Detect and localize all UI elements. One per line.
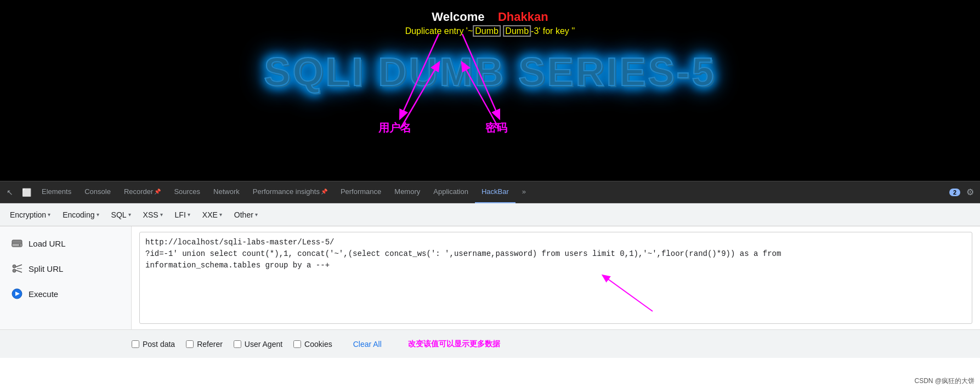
split-url-icon bbox=[11, 263, 23, 275]
hackbar-bottom: Post data Referer User Agent Cookies Cle… bbox=[0, 329, 980, 358]
menu-xss[interactable]: XSS ▾ bbox=[139, 208, 167, 221]
clear-all-button[interactable]: Clear All bbox=[349, 338, 386, 351]
lfi-dropdown-arrow: ▾ bbox=[188, 212, 190, 218]
hackbar-url-area: http://localhost/sqli-labs-master/Less-5… bbox=[132, 226, 980, 329]
referer-checkbox[interactable] bbox=[186, 340, 194, 348]
cookies-checkbox[interactable] bbox=[293, 340, 301, 348]
tab-performance[interactable]: Performance bbox=[334, 181, 388, 203]
tab-more[interactable]: » bbox=[516, 181, 533, 203]
xss-dropdown-arrow: ▾ bbox=[160, 212, 163, 218]
devtools-right-icons: 2 ⚙ bbox=[949, 185, 978, 200]
sqli-title: SQLI DUMB SERIES-5 bbox=[264, 49, 716, 94]
duplicate-entry: Duplicate entry '~Dumb Dumb-3' for key '… bbox=[405, 26, 575, 36]
tab-sources[interactable]: Sources bbox=[167, 181, 207, 203]
svg-point-8 bbox=[13, 265, 16, 268]
other-dropdown-arrow: ▾ bbox=[255, 212, 258, 218]
watermark: CSDN @疯狂的大饼 bbox=[914, 376, 975, 386]
tab-memory[interactable]: Memory bbox=[388, 181, 427, 203]
cursor-icon[interactable]: ↖ bbox=[2, 185, 18, 200]
xxe-dropdown-arrow: ▾ bbox=[219, 212, 222, 218]
menu-xxe[interactable]: XXE ▾ bbox=[198, 208, 226, 221]
encryption-dropdown-arrow: ▾ bbox=[48, 212, 50, 218]
tab-performance-insights[interactable]: Performance insights 📌 bbox=[246, 181, 334, 203]
menu-encryption[interactable]: Encryption ▾ bbox=[5, 208, 55, 221]
postdata-checkbox[interactable] bbox=[132, 340, 139, 348]
sql-dropdown-arrow: ▾ bbox=[128, 212, 131, 218]
checkbox-useragent[interactable]: User Agent bbox=[234, 340, 282, 349]
load-url-button[interactable]: Load URL bbox=[0, 232, 131, 255]
tab-application[interactable]: Application bbox=[427, 181, 475, 203]
load-url-icon bbox=[11, 237, 23, 249]
checkbox-referer[interactable]: Referer bbox=[186, 340, 223, 349]
tab-console[interactable]: Console bbox=[78, 181, 117, 203]
hackbar-toolbar: Encryption ▾ Encoding ▾ SQL ▾ XSS ▾ LFI … bbox=[0, 203, 980, 226]
devtools-tabs-bar: ↖ ⬜ Elements Console Recorder 📌 Sources … bbox=[0, 181, 980, 203]
devtools-panel: ↖ ⬜ Elements Console Recorder 📌 Sources … bbox=[0, 181, 980, 358]
notification-badge: 2 bbox=[949, 189, 960, 196]
annotation-password: 密码 bbox=[485, 121, 507, 135]
svg-line-10 bbox=[16, 265, 22, 267]
tab-network[interactable]: Network bbox=[207, 181, 246, 203]
svg-point-9 bbox=[13, 269, 16, 272]
tab-recorder[interactable]: Recorder 📌 bbox=[117, 181, 167, 203]
annotation-username: 用户名 bbox=[378, 121, 411, 135]
device-icon[interactable]: ⬜ bbox=[19, 185, 34, 200]
svg-line-11 bbox=[16, 270, 22, 272]
menu-other[interactable]: Other ▾ bbox=[230, 208, 262, 221]
url-input[interactable]: http://localhost/sqli-labs-master/Less-5… bbox=[139, 232, 972, 324]
svg-point-7 bbox=[19, 244, 21, 246]
browser-content: Welcome Dhakkan Duplicate entry '~Dumb D… bbox=[0, 0, 980, 181]
encoding-dropdown-arrow: ▾ bbox=[97, 212, 99, 218]
checkbox-cookies[interactable]: Cookies bbox=[293, 340, 332, 349]
tab-elements[interactable]: Elements bbox=[35, 181, 78, 203]
checkbox-postdata[interactable]: Post data bbox=[132, 340, 175, 349]
hackbar-main: Load URL Split URL bbox=[0, 226, 980, 329]
menu-lfi[interactable]: LFI ▾ bbox=[171, 208, 195, 221]
execute-button[interactable]: Execute bbox=[0, 282, 131, 305]
dup-highlight-2: Dumb bbox=[503, 25, 531, 37]
settings-icon[interactable]: ⚙ bbox=[962, 185, 978, 200]
useragent-checkbox[interactable] bbox=[234, 340, 241, 348]
split-url-button[interactable]: Split URL bbox=[0, 257, 131, 280]
welcome-name: Dhakkan bbox=[498, 10, 548, 24]
checkbox-group: Post data Referer User Agent Cookies Cle… bbox=[132, 338, 972, 351]
hackbar-sidebar: Load URL Split URL bbox=[0, 226, 132, 329]
welcome-text: Welcome Dhakkan bbox=[432, 10, 548, 24]
execute-icon bbox=[11, 288, 23, 300]
menu-sql[interactable]: SQL ▾ bbox=[107, 208, 135, 221]
tab-hackbar[interactable]: HackBar bbox=[475, 181, 516, 203]
annotation-change-value: 改变该值可以显示更多数据 bbox=[408, 339, 500, 349]
welcome-label: Welcome bbox=[432, 10, 484, 24]
menu-encoding[interactable]: Encoding ▾ bbox=[58, 208, 103, 221]
dup-highlight-1: Dumb bbox=[473, 25, 501, 37]
